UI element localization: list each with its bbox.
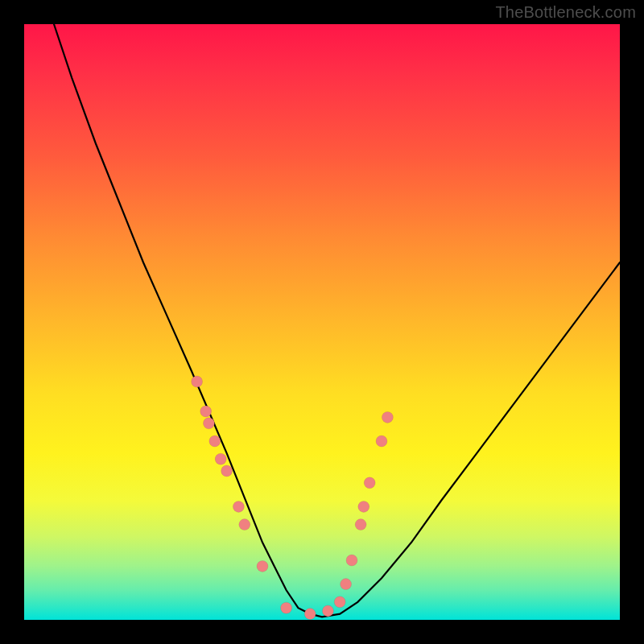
marker-dot [364,477,375,489]
marker-dot [355,519,366,530]
marker-dot [233,501,244,512]
marker-dot [322,605,333,617]
marker-dot [304,609,316,620]
marker-dot [200,406,212,417]
watermark-text: TheBottleneck.com [495,3,636,22]
marker-dot [221,465,233,477]
marker-dot [341,579,352,590]
marker-dot [239,519,250,530]
plot-area [24,24,620,620]
marker-dot [281,602,292,613]
bottleneck-curve [54,24,620,617]
marker-dot [376,436,387,447]
chart-svg [24,24,620,620]
marker-dot [203,418,214,429]
marker-dot [346,555,357,566]
marker-dot [192,376,203,387]
marker-dot [209,436,221,447]
marker-dot [382,411,393,423]
marker-dot [358,501,369,512]
marker-dots [192,376,394,620]
marker-dot [334,597,345,608]
chart-stage: TheBottleneck.com [0,0,644,644]
marker-dot [215,453,226,464]
marker-dot [257,560,268,572]
